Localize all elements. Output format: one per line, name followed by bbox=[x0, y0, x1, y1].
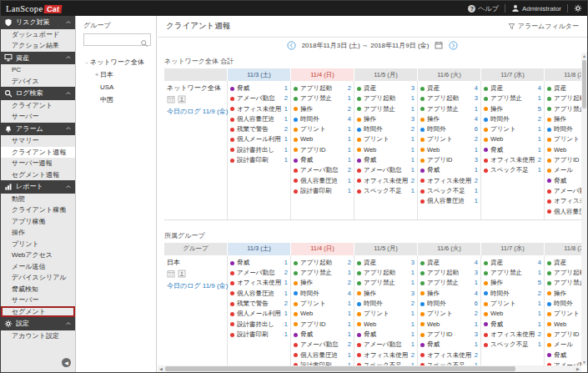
alarm-count[interactable]: 1 bbox=[411, 268, 415, 278]
sidebar-item[interactable]: セグメント週報 bbox=[1, 169, 75, 181]
alarm-count[interactable]: 4 bbox=[475, 114, 478, 124]
alarm-count[interactable]: 1 bbox=[284, 104, 288, 114]
sidebar-item[interactable]: サーバー bbox=[1, 111, 75, 123]
alarm-count[interactable]: 3 bbox=[475, 268, 478, 278]
sidebar-item[interactable]: デバイスシリアル bbox=[1, 272, 75, 284]
alarm-count[interactable]: 2 bbox=[284, 268, 288, 278]
vertical-scroll-thumb[interactable] bbox=[582, 60, 586, 108]
group-tree-item[interactable]: -ネットワーク全体 bbox=[83, 56, 151, 68]
alarm-count[interactable]: 2 bbox=[475, 134, 478, 144]
alarm-count[interactable]: 1 bbox=[538, 299, 541, 309]
alarm-count[interactable]: 3 bbox=[411, 83, 415, 93]
alarm-count[interactable]: 1 bbox=[348, 155, 351, 165]
today-log-link[interactable]: 今日のログ 11/9 (金) bbox=[167, 281, 224, 290]
sidebar-item[interactable]: クライアント稼働 bbox=[1, 204, 75, 216]
sidebar-item[interactable]: Webアクセス bbox=[1, 250, 75, 261]
sidebar-item[interactable]: アプリ稼働 bbox=[1, 216, 75, 228]
alarm-count[interactable]: 2 bbox=[348, 165, 351, 175]
scroll-left-arrow[interactable]: ◀ bbox=[158, 365, 164, 372]
alarm-count[interactable]: 4 bbox=[538, 83, 541, 93]
alarm-count[interactable]: 2 bbox=[475, 176, 478, 186]
sidebar-item[interactable]: デバイス bbox=[1, 76, 75, 88]
alarm-count[interactable]: 6 bbox=[475, 124, 478, 134]
gear-icon[interactable] bbox=[574, 4, 582, 13]
alarm-count[interactable]: 2 bbox=[411, 176, 415, 186]
alarm-count[interactable]: 1 bbox=[348, 93, 351, 103]
sidebar-section-header[interactable]: リスク対策 bbox=[1, 16, 75, 29]
alarm-count[interactable]: 4 bbox=[348, 289, 351, 299]
sidebar-section-header[interactable]: ログ検索 bbox=[1, 87, 75, 100]
alarm-count[interactable]: 1 bbox=[411, 104, 415, 114]
sidebar-item[interactable]: アカウント設定 bbox=[1, 330, 75, 342]
alarm-count[interactable]: 1 bbox=[284, 309, 288, 319]
sidebar-item[interactable]: クライアント週報 bbox=[1, 147, 75, 159]
alarm-count[interactable]: 3 bbox=[475, 330, 478, 340]
alarm-count[interactable]: 2 bbox=[348, 83, 351, 93]
scroll-right-arrow[interactable]: ▶ bbox=[575, 365, 581, 372]
sidebar-item[interactable]: 動態 bbox=[1, 194, 75, 205]
sidebar-item[interactable]: 操作 bbox=[1, 227, 75, 239]
alarm-count[interactable]: 2 bbox=[284, 124, 288, 134]
mini-user-icon[interactable] bbox=[178, 270, 186, 278]
alarm-count[interactable]: 2 bbox=[411, 299, 415, 309]
alarm-count[interactable]: 4 bbox=[348, 114, 351, 124]
alarm-count[interactable]: 2 bbox=[475, 350, 478, 360]
prev-week-button[interactable] bbox=[287, 41, 296, 50]
sidebar-item[interactable]: 脅威検知 bbox=[1, 284, 75, 295]
alarm-count[interactable]: 1 bbox=[411, 145, 415, 155]
alarm-count[interactable]: 2 bbox=[538, 330, 541, 340]
alarm-count[interactable]: 2 bbox=[348, 258, 351, 268]
alarm-count[interactable]: 1 bbox=[348, 299, 351, 309]
alarm-count[interactable]: 3 bbox=[411, 258, 415, 268]
mini-calendar-icon[interactable] bbox=[167, 95, 175, 103]
alarm-count[interactable]: 3 bbox=[411, 114, 415, 124]
alarm-count[interactable]: 1 bbox=[348, 330, 351, 340]
alarm-count[interactable]: 1 bbox=[475, 340, 478, 350]
alarm-count[interactable]: 1 bbox=[284, 134, 288, 144]
sidebar-item[interactable]: アクション結果 bbox=[1, 40, 75, 52]
alarm-count[interactable]: 4 bbox=[538, 258, 541, 268]
alarm-count[interactable]: 1 bbox=[538, 145, 541, 155]
alarm-count[interactable]: 2 bbox=[284, 299, 288, 309]
alarm-count[interactable]: 1 bbox=[348, 145, 351, 155]
alarm-count[interactable]: 1 bbox=[348, 320, 351, 330]
alarm-count[interactable]: 1 bbox=[284, 155, 288, 165]
alarm-count[interactable]: 1 bbox=[284, 320, 288, 330]
alarm-count[interactable]: 1 bbox=[475, 165, 478, 175]
alarm-count[interactable]: 2 bbox=[538, 289, 541, 299]
alarm-count[interactable]: 1 bbox=[475, 145, 478, 155]
alarm-count[interactable]: 1 bbox=[348, 186, 351, 196]
alarm-count[interactable]: 3 bbox=[475, 93, 478, 103]
alarm-count[interactable]: 1 bbox=[411, 278, 415, 288]
alarm-count[interactable]: 1 bbox=[475, 320, 478, 330]
sidebar-item[interactable]: サーバー bbox=[1, 295, 75, 306]
alarm-count[interactable]: 4 bbox=[475, 289, 478, 299]
alarm-count[interactable]: 1 bbox=[538, 268, 541, 278]
alarm-count[interactable]: 2 bbox=[348, 340, 351, 350]
alarm-count[interactable]: 2 bbox=[538, 155, 541, 165]
mini-calendar-icon[interactable] bbox=[167, 270, 175, 278]
alarm-count[interactable]: 1 bbox=[411, 155, 415, 165]
alarm-count[interactable]: 1 bbox=[284, 114, 288, 124]
sidebar-collapse-button[interactable]: ◀ bbox=[62, 358, 71, 367]
group-tree-item[interactable]: 中国 bbox=[83, 93, 151, 106]
mini-user-icon[interactable] bbox=[178, 95, 186, 103]
alarm-count[interactable]: 6 bbox=[475, 299, 478, 309]
alarm-count[interactable]: 1 bbox=[538, 340, 541, 350]
sidebar-item[interactable]: セグメント bbox=[1, 306, 75, 318]
alarm-count[interactable]: 1 bbox=[348, 176, 351, 186]
alarm-count[interactable]: 2 bbox=[348, 104, 351, 114]
next-week-button[interactable] bbox=[449, 41, 458, 50]
alarm-count[interactable]: 5 bbox=[538, 104, 541, 114]
alarm-count[interactable]: 1 bbox=[411, 320, 415, 330]
alarm-count[interactable]: 1 bbox=[538, 134, 541, 144]
horizontal-scrollbar[interactable]: ◀ ▶ bbox=[158, 365, 581, 372]
sidebar-section-header[interactable]: 設定 bbox=[1, 317, 75, 330]
alarm-count[interactable]: 2 bbox=[284, 93, 288, 103]
alarm-count[interactable]: 1 bbox=[348, 268, 351, 278]
alarm-count[interactable]: 2 bbox=[348, 278, 351, 288]
alarm-count[interactable]: 1 bbox=[538, 165, 541, 175]
group-tree-item[interactable]: USA bbox=[83, 81, 151, 93]
alarm-count[interactable]: 2 bbox=[475, 309, 478, 319]
alarm-count[interactable]: 1 bbox=[411, 93, 415, 103]
